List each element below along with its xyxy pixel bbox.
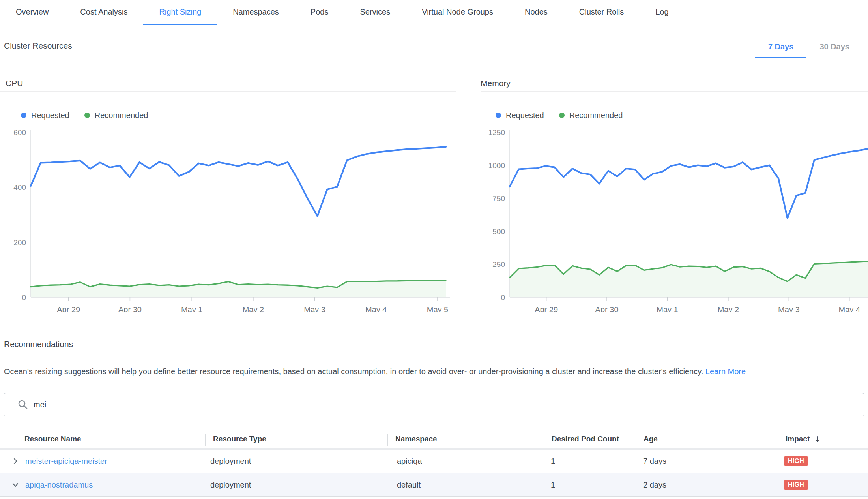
- y-tick-label: 750: [492, 194, 505, 203]
- x-tick-label: Apr 30: [118, 305, 142, 312]
- cell-age: 2 days: [636, 473, 778, 496]
- top-tab-bar: OverviewCost AnalysisRight SizingNamespa…: [0, 0, 868, 25]
- period-toggle: 7 Days30 Days: [755, 38, 862, 58]
- x-tick-label: May 1: [181, 305, 202, 312]
- sort-descending-icon: ↓: [814, 435, 821, 443]
- chevron-down-icon[interactable]: [11, 480, 20, 489]
- table-row[interactable]: meister-apiciqa-meisterdeploymentapiciqa…: [0, 450, 868, 473]
- tab-cost-analysis[interactable]: Cost Analysis: [64, 0, 143, 25]
- row-divider: [0, 496, 868, 497]
- divider: [0, 58, 868, 58]
- column-header-age[interactable]: Age: [636, 429, 778, 448]
- cell-desired-pod-count: 1: [544, 450, 636, 473]
- table-row[interactable]: apiqa-nostradamusdeploymentdefault12 day…: [0, 473, 868, 496]
- search-icon: [17, 399, 28, 410]
- y-tick-label: 0: [501, 293, 505, 302]
- tab-log[interactable]: Log: [640, 0, 684, 25]
- period-option-7-days[interactable]: 7 Days: [755, 38, 807, 58]
- tab-right-sizing[interactable]: Right Sizing: [143, 0, 217, 25]
- legend-label: Requested: [31, 111, 69, 120]
- series-line-requested: [510, 149, 868, 218]
- memory-chart-legend: RequestedRecommended: [496, 109, 623, 122]
- legend-item-recommended: Recommended: [559, 111, 623, 120]
- legend-dot-recommended: [84, 113, 90, 118]
- tab-services[interactable]: Services: [344, 0, 406, 25]
- legend-item-requested: Requested: [496, 111, 544, 120]
- column-separator: [387, 434, 388, 446]
- memory-chart-title: Memory: [481, 79, 511, 88]
- column-header-label: Resource Type: [213, 435, 266, 443]
- right-sizing-page: OverviewCost AnalysisRight SizingNamespa…: [0, 0, 868, 499]
- legend-label: Requested: [506, 111, 544, 120]
- legend-label: Recommended: [95, 111, 148, 120]
- divider: [0, 361, 868, 361]
- y-tick-label: 200: [13, 238, 26, 247]
- cell-namespace: default: [387, 473, 544, 496]
- y-tick-label: 500: [492, 227, 505, 236]
- tab-namespaces[interactable]: Namespaces: [217, 0, 295, 25]
- impact-badge: HIGH: [784, 456, 808, 466]
- table-header-row: Resource NameResource TypeNamespaceDesir…: [0, 429, 868, 450]
- resource-name-link[interactable]: apiqa-nostradamus: [25, 480, 93, 490]
- column-header-namespace[interactable]: Namespace: [387, 429, 544, 448]
- learn-more-link[interactable]: Learn More: [705, 367, 746, 376]
- column-header-label: Age: [644, 435, 658, 443]
- column-separator: [205, 434, 206, 446]
- column-separator: [544, 434, 544, 446]
- recommendations-title: Recommendations: [4, 340, 73, 349]
- column-header-desired-pod-count[interactable]: Desired Pod Count: [544, 429, 636, 448]
- x-tick-label: Apr 29: [57, 305, 80, 312]
- column-header-impact[interactable]: Impact↓: [778, 429, 868, 448]
- y-tick-label: 1250: [488, 128, 505, 137]
- y-tick-label: 1000: [488, 161, 505, 170]
- legend-label: Recommended: [569, 111, 623, 120]
- legend-item-recommended: Recommended: [84, 111, 148, 120]
- column-header-label: Resource Name: [24, 435, 81, 443]
- cell-age: 7 days: [636, 450, 778, 473]
- x-tick-label: Apr 29: [535, 305, 558, 312]
- series-area-recommended: [31, 280, 446, 297]
- x-tick-label: May 3: [778, 305, 799, 312]
- section-title: Cluster Resources: [4, 41, 72, 51]
- x-tick-label: May 3: [304, 305, 325, 312]
- x-tick-label: May 2: [243, 305, 264, 312]
- x-tick-label: May 4: [365, 305, 387, 312]
- column-header-label: Desired Pod Count: [552, 435, 619, 443]
- legend-item-requested: Requested: [21, 111, 69, 120]
- x-tick-label: May 2: [718, 305, 739, 312]
- cell-impact: HIGH: [778, 473, 868, 496]
- legend-dot-requested: [21, 113, 26, 118]
- cell-desired-pod-count: 1: [544, 473, 636, 496]
- recommendations-description: Ocean's resizing suggestions will help y…: [4, 367, 864, 376]
- cell-resource-type: deployment: [205, 473, 387, 496]
- column-separator: [636, 434, 636, 446]
- cell-namespace: apiciqa: [387, 450, 544, 473]
- tab-nodes[interactable]: Nodes: [509, 0, 563, 25]
- period-option-30-days[interactable]: 30 Days: [806, 38, 862, 58]
- cell-resource-type: deployment: [205, 450, 387, 473]
- tab-overview[interactable]: Overview: [0, 0, 64, 25]
- table-body: meister-apiciqa-meisterdeploymentapiciqa…: [0, 450, 868, 497]
- resource-name-link[interactable]: meister-apiciqa-meister: [25, 457, 107, 466]
- cpu-chart-title: CPU: [6, 79, 23, 88]
- cell-impact: HIGH: [778, 450, 868, 473]
- cell-resource-name: meister-apiciqa-meister: [0, 450, 205, 473]
- recommendations-table: Resource NameResource TypeNamespaceDesir…: [0, 429, 868, 497]
- chevron-right-icon[interactable]: [11, 457, 20, 465]
- search-box: [4, 393, 864, 416]
- x-tick-label: May 4: [839, 305, 860, 312]
- divider: [0, 91, 456, 92]
- column-header-resource-type[interactable]: Resource Type: [205, 429, 387, 448]
- x-tick-label: May 5: [427, 305, 448, 312]
- legend-dot-recommended: [559, 113, 565, 118]
- tab-virtual-node-groups[interactable]: Virtual Node Groups: [406, 0, 509, 25]
- tab-pods[interactable]: Pods: [295, 0, 344, 25]
- tab-cluster-rolls[interactable]: Cluster Rolls: [563, 0, 640, 25]
- recommendations-description-text: Ocean's resizing suggestions will help y…: [4, 367, 703, 376]
- x-tick-label: May 1: [657, 305, 678, 312]
- column-header-resource-name[interactable]: Resource Name: [0, 429, 205, 448]
- x-tick-label: Apr 30: [595, 305, 619, 312]
- legend-dot-requested: [496, 113, 501, 118]
- search-input[interactable]: [4, 393, 864, 416]
- impact-badge: HIGH: [784, 480, 808, 490]
